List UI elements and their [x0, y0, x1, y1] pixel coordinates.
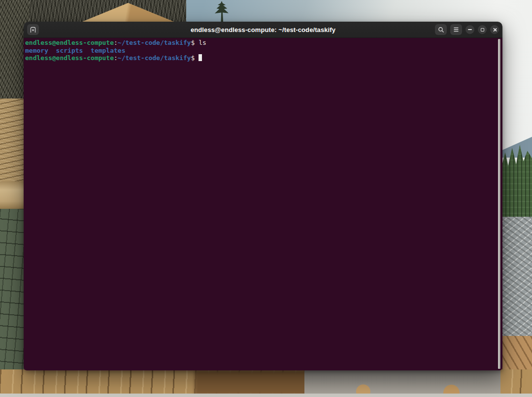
ls-output-directories: memory scripts templates [25, 47, 126, 54]
prompt-path: ~/test-code/taskify [118, 54, 191, 62]
terminal-titlebar[interactable]: endless@endless-compute: ~/test-code/tas… [24, 22, 502, 38]
wallpaper-dirt [195, 370, 318, 395]
terminal-cursor [199, 54, 202, 61]
minimize-button[interactable] [466, 25, 474, 34]
prompt-user-host: endless@endless-compute [25, 39, 114, 46]
titlebar-controls [435, 24, 499, 35]
prompt-path: ~/test-code/taskify [118, 39, 191, 46]
prompt-user-host: endless@endless-compute [25, 54, 114, 62]
scrollbar-thumb[interactable] [498, 39, 500, 369]
close-button[interactable] [490, 25, 499, 34]
terminal-window: endless@endless-compute: ~/test-code/tas… [24, 22, 502, 370]
new-tab-icon [30, 27, 36, 33]
menu-button[interactable] [450, 24, 462, 35]
hamburger-menu-icon [453, 27, 459, 32]
cursor-gap [195, 54, 199, 62]
search-icon [438, 27, 444, 33]
wallpaper-rock-scree [501, 217, 532, 339]
search-button[interactable] [435, 24, 447, 35]
maximize-icon [481, 28, 484, 32]
maximize-button[interactable] [478, 25, 487, 34]
terminal-content[interactable]: endless@endless-compute:~/test-code/task… [24, 38, 502, 370]
close-icon [493, 28, 497, 32]
prompt-separator: : [114, 54, 118, 62]
scrollbar[interactable] [498, 39, 501, 369]
terminal-prompt-line: endless@endless-compute:~/test-code/task… [25, 54, 495, 62]
terminal-output-line: memory scripts templates [25, 47, 495, 55]
minimize-icon [468, 29, 472, 30]
terminal-prompt-line: endless@endless-compute:~/test-code/task… [25, 39, 495, 47]
wallpaper-boulder [304, 369, 500, 394]
prompt-separator: : [114, 39, 118, 46]
wallpaper-ground-strip [0, 394, 532, 397]
window-title: endless@endless-compute: ~/test-code/tas… [24, 26, 502, 33]
command-text: ls [195, 39, 206, 46]
new-tab-button[interactable] [27, 24, 39, 35]
